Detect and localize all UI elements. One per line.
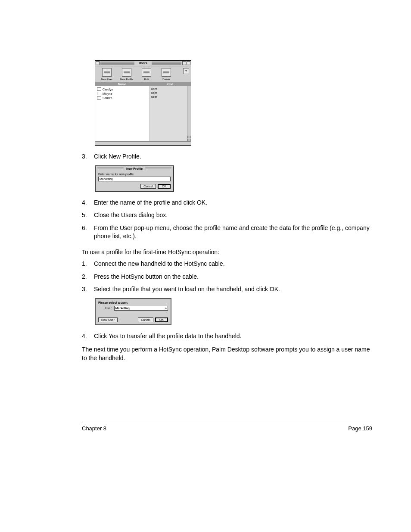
- row-kind: user: [149, 95, 187, 99]
- step-4: 4. Enter the name of the profile and cli…: [82, 199, 372, 207]
- cancel-button[interactable]: Cancel: [138, 317, 153, 322]
- step-number: 5.: [82, 211, 94, 220]
- dropdown-icon: ÷: [165, 307, 167, 310]
- chapter-label: Chapter 8: [82, 425, 106, 432]
- toolbar-label: Delete: [156, 78, 176, 81]
- step-number: 6.: [82, 224, 94, 241]
- step-text: Enter the name of the profile and click …: [94, 199, 372, 207]
- window-titlebar: Users: [95, 61, 191, 66]
- figure-new-profile-dialog: New Profile Enter name for new profile: …: [95, 165, 372, 192]
- person-icon: [102, 68, 112, 77]
- page-footer: Chapter 8 Page 159: [82, 425, 372, 432]
- step-text: From the User pop-up menu, choose the pr…: [94, 224, 372, 241]
- column-kind[interactable]: Kind: [149, 82, 191, 86]
- row-name: Sandra: [103, 96, 112, 100]
- step-text: Close the Users dialog box.: [94, 211, 372, 220]
- users-window: Users New User New Profile Edit: [95, 60, 191, 146]
- ok-button[interactable]: OK: [155, 317, 168, 322]
- zoom-icon[interactable]: [182, 61, 186, 65]
- help-button[interactable]: ?: [183, 68, 189, 74]
- row-kind: user: [149, 91, 187, 95]
- new-user-button[interactable]: New User: [98, 317, 118, 322]
- document-page: Users New User New Profile Edit: [0, 0, 411, 465]
- list-item[interactable]: Carolyn: [95, 87, 149, 91]
- step-5: 5. Close the Users dialog box.: [82, 211, 372, 220]
- step-3: 3. Click New Profile.: [82, 152, 372, 161]
- list-item[interactable]: Sandra: [95, 96, 149, 100]
- hs-step-4: 4. Click Yes to transfer all the profile…: [82, 332, 372, 341]
- prompt-label: Enter name for new profile:: [98, 173, 171, 176]
- footer-rule: [82, 422, 372, 422]
- hs-step-3: 3. Select the profile that you want to l…: [82, 285, 372, 294]
- collapse-icon[interactable]: [187, 61, 190, 65]
- select-user-dialog: Please select a user: User: Marketing ÷ …: [95, 298, 171, 325]
- user-select[interactable]: Marketing ÷: [114, 306, 168, 311]
- ok-button[interactable]: OK: [158, 184, 171, 189]
- user-field-label: User:: [105, 307, 112, 310]
- hs-step-1: 1. Connect the new handheld to the HotSy…: [82, 260, 372, 268]
- dialog-title: New Profile: [124, 167, 145, 170]
- step-6: 6. From the User pop-up menu, choose the…: [82, 224, 372, 241]
- list-header: Name Kind: [95, 82, 191, 86]
- person-icon: [97, 92, 101, 95]
- cancel-button[interactable]: Cancel: [140, 184, 156, 189]
- closing-paragraph: The next time you perform a HotSync oper…: [82, 345, 372, 362]
- step-text: Select the profile that you want to load…: [94, 285, 372, 294]
- list-item[interactable]: Midyne: [95, 91, 149, 96]
- toolbar-label: New Profile: [117, 78, 137, 81]
- prompt-label: Please select a user:: [98, 301, 168, 304]
- edit-button[interactable]: Edit: [137, 68, 156, 81]
- person-icon: [97, 96, 101, 100]
- step-text: Press the HotSync button on the cable.: [94, 273, 372, 281]
- row-name: Midyne: [103, 92, 112, 95]
- step-text: Click New Profile.: [94, 152, 372, 161]
- new-user-button[interactable]: New User: [97, 68, 117, 81]
- step-text: Click Yes to transfer all the profile da…: [94, 332, 372, 341]
- row-name: Carolyn: [103, 88, 113, 91]
- list-body: Carolyn Midyne Sandra user user user: [95, 86, 191, 141]
- step-number: 4.: [82, 199, 94, 207]
- close-icon[interactable]: [96, 61, 100, 65]
- column-name[interactable]: Name: [95, 82, 149, 86]
- figure-select-user-dialog: Please select a user: User: Marketing ÷ …: [95, 298, 372, 325]
- step-number: 4.: [82, 332, 94, 341]
- step-number: 2.: [82, 273, 94, 281]
- new-profile-dialog: New Profile Enter name for new profile: …: [95, 165, 174, 192]
- step-number: 1.: [82, 260, 94, 268]
- toolbar-label: Edit: [137, 78, 156, 81]
- page-number: Page 159: [348, 425, 372, 432]
- row-kind: user: [149, 87, 187, 91]
- step-text: Connect the new handheld to the HotSync …: [94, 260, 372, 268]
- status-bar: [95, 141, 191, 145]
- profile-name-input[interactable]: [98, 177, 171, 181]
- new-profile-button[interactable]: New Profile: [117, 68, 137, 81]
- scrollbar[interactable]: [187, 86, 191, 141]
- hs-step-2: 2. Press the HotSync button on the cable…: [82, 273, 372, 281]
- person-icon: [97, 87, 101, 91]
- edit-icon: [142, 68, 151, 77]
- step-number: 3.: [82, 285, 94, 294]
- profile-icon: [122, 68, 131, 77]
- dialog-titlebar: New Profile: [96, 166, 173, 171]
- selected-value: Marketing: [115, 307, 130, 310]
- step-number: 3.: [82, 152, 94, 161]
- toolbar-label: New User: [97, 78, 117, 81]
- figure-users-window: Users New User New Profile Edit: [95, 60, 372, 146]
- delete-button[interactable]: Delete: [156, 68, 176, 81]
- toolbar: New User New Profile Edit Delete ?: [95, 66, 191, 82]
- section-heading: To use a profile for the first-time HotS…: [82, 249, 372, 255]
- window-title: Users: [134, 62, 152, 65]
- delete-icon: [162, 68, 171, 77]
